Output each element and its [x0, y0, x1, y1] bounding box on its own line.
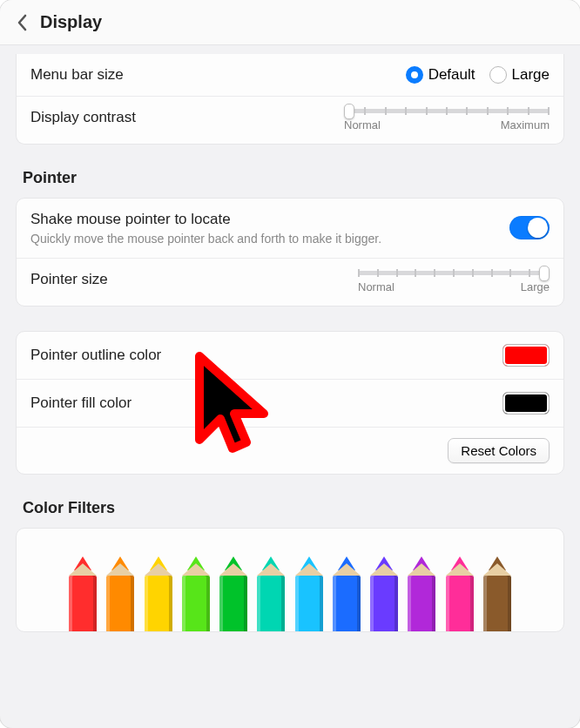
display-contrast-label: Display contrast	[30, 109, 136, 126]
radio-selected-icon	[406, 66, 423, 84]
pointer-size-row: Pointer size Normal Large	[17, 259, 563, 306]
shake-to-locate-row: Shake mouse pointer to locate Quickly mo…	[17, 199, 563, 259]
color-filter-pencil-icon	[333, 556, 361, 632]
color-filter-pencil-icon	[483, 556, 511, 632]
pointer-size-max-label: Large	[521, 280, 550, 293]
menu-bar-size-options: Default Large	[406, 66, 550, 84]
pointer-outline-color-swatch[interactable]	[502, 344, 550, 367]
color-filter-pencil-icon	[295, 556, 323, 632]
menu-bar-large-label: Large	[512, 66, 550, 84]
shake-to-locate-label: Shake mouse pointer to locate	[30, 211, 381, 228]
contrast-min-label: Normal	[344, 118, 381, 131]
display-panel: Menu bar size Default Large Display cont…	[16, 54, 564, 145]
contrast-max-label: Maximum	[501, 118, 550, 131]
color-filters-panel	[16, 528, 564, 632]
slider-knob-icon	[539, 266, 550, 281]
shake-to-locate-sub: Quickly move the mouse pointer back and …	[30, 232, 381, 246]
menu-bar-default-label: Default	[428, 66, 475, 84]
reset-colors-button[interactable]: Reset Colors	[448, 438, 550, 463]
radio-unselected-icon	[489, 66, 507, 84]
page-title: Display	[40, 12, 102, 32]
color-filters-section-title: Color Filters	[23, 499, 557, 517]
toggle-knob-icon	[528, 218, 548, 238]
pointer-panel: Shake mouse pointer to locate Quickly mo…	[16, 198, 564, 307]
header-bar: Display	[0, 0, 580, 45]
menu-bar-default-option[interactable]: Default	[406, 66, 475, 84]
color-filter-pencil-icon	[257, 556, 285, 632]
pointer-size-label: Pointer size	[30, 271, 108, 288]
pointer-outline-color-label: Pointer outline color	[30, 347, 161, 364]
shake-text-block: Shake mouse pointer to locate Quickly mo…	[30, 211, 381, 246]
pointer-size-min-label: Normal	[358, 280, 395, 293]
color-filter-pencil-icon	[446, 556, 474, 632]
reset-colors-row: Reset Colors	[17, 428, 563, 474]
color-filters-pencils	[69, 528, 511, 632]
color-filter-pencil-icon	[370, 556, 398, 632]
pointer-section-title: Pointer	[23, 169, 557, 187]
color-filter-pencil-icon	[219, 556, 247, 632]
settings-window: Display Menu bar size Default Large Di	[0, 0, 580, 728]
display-contrast-slider[interactable]: Normal Maximum	[344, 109, 550, 131]
pointer-fill-color-swatch[interactable]	[502, 392, 550, 415]
display-contrast-row: Display contrast Normal Maximum	[17, 97, 563, 144]
color-filter-pencil-icon	[145, 556, 172, 632]
slider-knob-icon	[344, 104, 354, 119]
menu-bar-size-label: Menu bar size	[30, 66, 124, 84]
color-filter-pencil-icon	[69, 556, 97, 632]
pointer-color-panel: Pointer outline color Pointer fill color…	[16, 331, 564, 475]
pointer-fill-color-row: Pointer fill color	[17, 380, 563, 428]
color-filter-pencil-icon	[106, 556, 134, 632]
content-area: Menu bar size Default Large Display cont…	[0, 45, 580, 728]
pointer-fill-color-label: Pointer fill color	[30, 394, 132, 412]
back-button[interactable]	[16, 13, 30, 32]
menu-bar-large-option[interactable]: Large	[489, 66, 550, 84]
menu-bar-size-row: Menu bar size Default Large	[17, 54, 563, 97]
color-filter-pencil-icon	[182, 556, 210, 632]
color-filter-pencil-icon	[408, 556, 435, 632]
shake-to-locate-toggle[interactable]	[509, 216, 550, 239]
pointer-outline-color-row: Pointer outline color	[17, 332, 563, 380]
pointer-size-slider[interactable]: Normal Large	[358, 271, 550, 293]
